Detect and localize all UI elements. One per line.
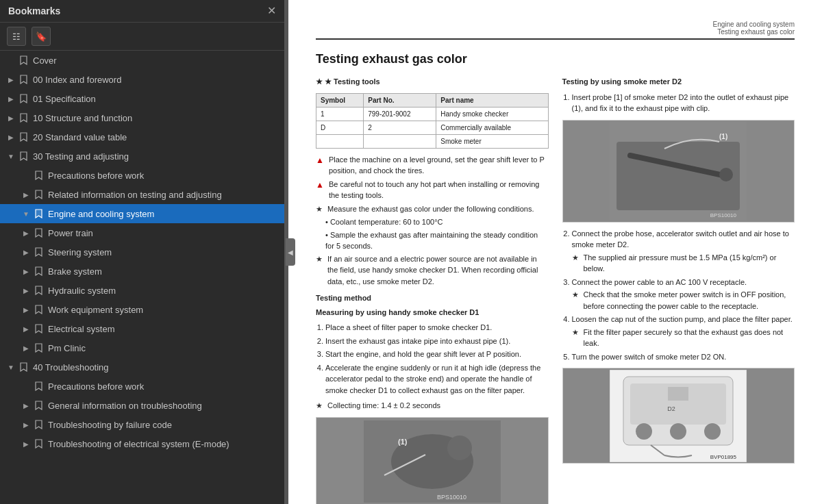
bookmark-item-power[interactable]: Power train <box>0 223 284 242</box>
bookmark-icon-work <box>33 305 44 314</box>
bookmark-icon-test-pre <box>33 171 44 180</box>
right-step-2: Connect the probe hose, accelerator swit… <box>572 228 795 275</box>
bookmark-item-trouble-pre[interactable]: Precautions before work <box>0 377 284 396</box>
bookmark-item-trouble-elec[interactable]: Troubleshooting of electrical system (E-… <box>0 434 284 453</box>
step-3: Start the engine, and hold the gear shif… <box>325 349 549 360</box>
bookmark-item-pm[interactable]: Pm Clinic <box>0 338 284 357</box>
bookmark-item-steer[interactable]: Steering system <box>0 242 284 262</box>
collapse-button[interactable]: ◀ <box>286 238 295 266</box>
bookmark-view-button[interactable]: 🔖 <box>32 27 51 46</box>
svg-point-24 <box>704 423 721 440</box>
bookmark-item-test-rel[interactable]: Related information on testing and adjus… <box>0 185 284 204</box>
bookmark-item-trouble-fail[interactable]: Troubleshooting by failure code <box>0 415 284 434</box>
bookmark-icon-brake <box>33 266 44 276</box>
probe-image-svg: (1) BPS10010 <box>610 121 747 220</box>
svg-point-22 <box>636 423 652 440</box>
handy-checker-label: Measuring by using handy smoke checker D… <box>316 307 549 318</box>
bookmark-label-trouble-gen: General information on troubleshooting <box>48 401 279 411</box>
bookmark-item-test-pre[interactable]: Precautions before work <box>0 166 284 185</box>
right-steps-list: Insert probe [1] of smoke meter D2 into … <box>562 92 795 114</box>
right-steps-2-8: Connect the probe hose, accelerator swit… <box>562 228 795 363</box>
sub-bullet-2: • Sample the exhaust gas after maintaini… <box>316 229 549 252</box>
bookmark-item-engine[interactable]: Engine and cooling system <box>0 204 284 223</box>
toggle-brake[interactable] <box>21 268 32 275</box>
bookmark-item-hydraulic[interactable]: Hydraulic system <box>0 281 284 300</box>
toolbar: ☷ 🔖 <box>0 23 284 51</box>
tools-label-text: ★ Testing tools <box>325 76 380 88</box>
toggle-trouble-fail[interactable] <box>21 421 32 429</box>
toggle-std[interactable] <box>5 134 16 141</box>
bookmark-label-steer: Steering system <box>48 247 279 257</box>
star-pressure-icon: ★ <box>572 252 579 275</box>
bookmark-label-test: 30 Testing and adjusting <box>33 151 279 162</box>
svg-text:BPS10010: BPS10010 <box>437 494 466 501</box>
toggle-hydraulic[interactable] <box>21 287 32 294</box>
meter-image: BVP01895 D2 <box>562 368 795 464</box>
toggle-test-rel[interactable] <box>21 191 32 199</box>
sub-bullet-1: • Coolant temperature: 60 to 100°C <box>316 216 549 228</box>
toggle-test[interactable] <box>5 153 16 160</box>
bookmark-icon-cover <box>18 55 29 65</box>
bookmark-label-power: Power train <box>48 228 279 238</box>
svg-text:(1): (1) <box>398 438 408 446</box>
toggle-power[interactable] <box>21 229 32 237</box>
warning-1: ▲ Place the machine on a level ground, s… <box>316 154 549 177</box>
tools-table: Symbol Part No. Part name 1 799-201-9002… <box>316 93 549 149</box>
handy-steps-list: Place a sheet of filter paper to smoke c… <box>316 322 549 396</box>
bookmark-item-work[interactable]: Work equipment system <box>0 300 284 319</box>
toggle-engine[interactable] <box>21 210 32 218</box>
star-power-icon: ★ <box>572 289 579 312</box>
svg-text:D2: D2 <box>667 405 675 412</box>
right-step-5: Turn the power switch of smoke meter D2 … <box>572 351 795 363</box>
toggle-elec[interactable] <box>21 325 32 333</box>
step-1: Place a sheet of filter paper to smoke c… <box>325 322 549 333</box>
bookmark-icon-test-rel <box>33 190 44 199</box>
meter-image-svg: BVP01895 D2 <box>610 370 747 462</box>
toggle-spec[interactable] <box>5 95 16 103</box>
svg-point-2 <box>447 436 472 460</box>
star-icon-1: ★ <box>316 203 323 215</box>
toggle-trouble-elec[interactable] <box>21 440 32 448</box>
grid-view-button[interactable]: ☷ <box>7 27 26 46</box>
toggle-work[interactable] <box>21 306 32 314</box>
bookmark-list: Cover 00 Index and foreword 01 Specifica… <box>0 51 284 504</box>
bookmark-label-hydraulic: Hydraulic system <box>48 286 279 296</box>
bookmark-item-std[interactable]: 20 Standard value table <box>0 127 284 147</box>
document-header: Engine and cooling system Testing exhaus… <box>316 21 795 40</box>
bookmark-item-spec[interactable]: 01 Specification <box>0 89 284 108</box>
bookmark-icon-engine <box>33 209 44 218</box>
doc-right-column: Testing by using smoke meter D2 Insert p… <box>562 76 795 504</box>
table-row: D 2 Commercially available <box>316 121 549 134</box>
close-button[interactable]: ✕ <box>267 5 276 16</box>
bookmark-icon-elec <box>33 324 44 333</box>
bookmark-icon-power <box>33 228 44 238</box>
bookmark-item-test[interactable]: 30 Testing and adjusting <box>0 147 284 166</box>
toggle-steer[interactable] <box>21 249 32 256</box>
bookmark-header: Bookmarks ✕ <box>0 0 284 23</box>
testing-tools-label: ★ ★ Testing tools <box>316 76 549 88</box>
bookmark-item-idx[interactable]: 00 Index and foreword <box>0 70 284 89</box>
bookmark-item-struct[interactable]: 10 Structure and function <box>0 108 284 127</box>
bookmark-item-cover[interactable]: Cover <box>0 51 284 70</box>
toggle-trouble-gen[interactable] <box>21 402 32 410</box>
toggle-idx[interactable] <box>5 76 16 84</box>
star-icon-2: ★ <box>316 253 323 288</box>
toggle-struct[interactable] <box>5 114 16 122</box>
bookmark-label-trouble-pre: Precautions before work <box>48 381 279 392</box>
bookmark-title: Bookmarks <box>8 5 60 16</box>
svg-point-23 <box>670 423 686 440</box>
bookmark-icon-std <box>18 132 29 142</box>
bookmark-item-trouble[interactable]: 40 Troubleshooting <box>0 357 284 377</box>
star-filter: ★ Fit the filter paper securely so that … <box>572 327 795 349</box>
bookmark-item-brake[interactable]: Brake system <box>0 262 284 281</box>
bookmark-icon-steer <box>33 247 44 257</box>
bookmark-label-work: Work equipment system <box>48 305 279 315</box>
toggle-trouble[interactable] <box>5 364 16 371</box>
right-section-title: Testing by using smoke meter D2 <box>562 76 795 88</box>
bookmark-item-trouble-gen[interactable]: General information on troubleshooting <box>0 396 284 415</box>
bookmark-item-elec[interactable]: Electrical system <box>0 319 284 338</box>
toggle-pm[interactable] <box>21 344 32 352</box>
svg-text:(1): (1) <box>719 133 727 140</box>
bookmark-label-brake: Brake system <box>48 266 279 277</box>
step-4: Accelerate the engine suddenly or run it… <box>325 362 549 396</box>
